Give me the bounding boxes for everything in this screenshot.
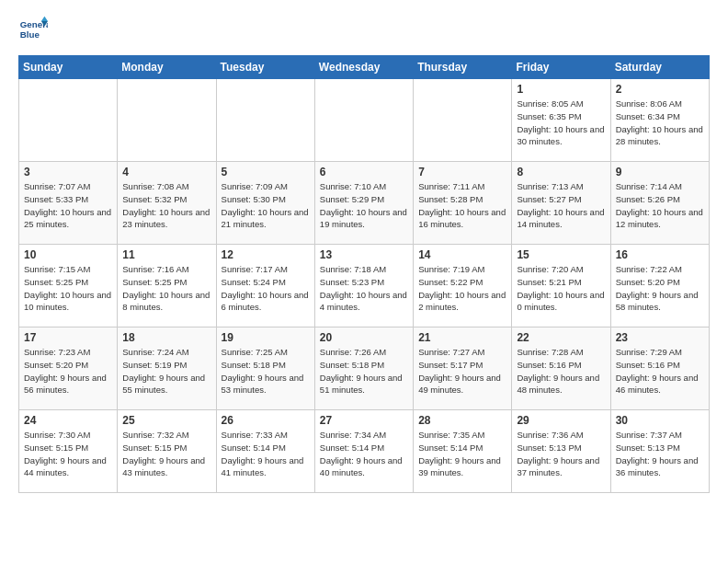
day-number: 4 [122,166,210,178]
day-number: 13 [320,248,408,261]
day-info: Sunrise: 7:13 AM Sunset: 5:27 PM Dayligh… [517,180,605,231]
day-cell: 2Sunrise: 8:06 AM Sunset: 6:34 PM Daylig… [610,79,709,162]
day-number: 6 [320,166,408,178]
day-number: 11 [122,248,210,261]
day-cell: 6Sunrise: 7:10 AM Sunset: 5:29 PM Daylig… [314,162,413,245]
day-number: 16 [616,248,704,261]
day-cell: 16Sunrise: 7:22 AM Sunset: 5:20 PM Dayli… [610,245,709,327]
day-info: Sunrise: 7:25 AM Sunset: 5:18 PM Dayligh… [222,346,310,396]
day-cell: 14Sunrise: 7:19 AM Sunset: 5:22 PM Dayli… [414,245,512,327]
day-cell [414,79,512,162]
day-info: Sunrise: 7:15 AM Sunset: 5:25 PM Dayligh… [24,263,112,314]
day-cell: 28Sunrise: 7:35 AM Sunset: 5:14 PM Dayli… [414,410,512,493]
svg-text:Blue: Blue [20,29,40,40]
day-info: Sunrise: 7:27 AM Sunset: 5:17 PM Dayligh… [418,346,506,396]
day-info: Sunrise: 7:28 AM Sunset: 5:16 PM Dayligh… [517,346,605,396]
day-info: Sunrise: 7:22 AM Sunset: 5:20 PM Dayligh… [616,263,704,314]
logo: General Blue [18,15,48,44]
day-info: Sunrise: 7:26 AM Sunset: 5:18 PM Dayligh… [320,346,408,396]
week-row-4: 17Sunrise: 7:23 AM Sunset: 5:20 PM Dayli… [19,327,710,410]
day-info: Sunrise: 7:14 AM Sunset: 5:26 PM Dayligh… [616,180,704,231]
day-cell: 19Sunrise: 7:25 AM Sunset: 5:18 PM Dayli… [216,327,314,410]
day-cell: 23Sunrise: 7:29 AM Sunset: 5:16 PM Dayli… [610,327,709,410]
day-cell: 11Sunrise: 7:16 AM Sunset: 5:25 PM Dayli… [118,245,216,327]
day-cell: 18Sunrise: 7:24 AM Sunset: 5:19 PM Dayli… [118,327,216,410]
calendar: SundayMondayTuesdayWednesdayThursdayFrid… [18,55,710,493]
day-cell: 8Sunrise: 7:13 AM Sunset: 5:27 PM Daylig… [512,162,610,245]
weekday-header-friday: Friday [512,56,610,79]
day-cell: 9Sunrise: 7:14 AM Sunset: 5:26 PM Daylig… [610,162,709,245]
weekday-header-wednesday: Wednesday [314,56,413,79]
day-cell [216,79,314,162]
day-cell: 5Sunrise: 7:09 AM Sunset: 5:30 PM Daylig… [216,162,314,245]
day-number: 18 [122,331,210,344]
day-info: Sunrise: 7:34 AM Sunset: 5:14 PM Dayligh… [320,429,408,479]
day-cell [314,79,413,162]
day-cell: 3Sunrise: 7:07 AM Sunset: 5:33 PM Daylig… [19,162,118,245]
day-number: 14 [418,248,506,261]
day-cell: 27Sunrise: 7:34 AM Sunset: 5:14 PM Dayli… [314,410,413,493]
day-number: 30 [616,414,704,427]
day-cell: 21Sunrise: 7:27 AM Sunset: 5:17 PM Dayli… [414,327,512,410]
day-info: Sunrise: 7:29 AM Sunset: 5:16 PM Dayligh… [616,346,704,396]
day-cell: 29Sunrise: 7:36 AM Sunset: 5:13 PM Dayli… [512,410,610,493]
week-row-5: 24Sunrise: 7:30 AM Sunset: 5:15 PM Dayli… [19,410,710,493]
weekday-header-thursday: Thursday [414,56,512,79]
day-number: 12 [222,248,310,261]
week-row-2: 3Sunrise: 7:07 AM Sunset: 5:33 PM Daylig… [19,162,710,245]
day-cell [118,79,216,162]
day-number: 3 [24,166,112,178]
day-info: Sunrise: 7:11 AM Sunset: 5:28 PM Dayligh… [418,180,506,231]
day-info: Sunrise: 8:05 AM Sunset: 6:35 PM Dayligh… [517,98,605,148]
weekday-header-monday: Monday [118,56,216,79]
day-number: 5 [222,166,310,178]
weekday-header-tuesday: Tuesday [216,56,314,79]
day-number: 15 [517,248,605,261]
week-row-3: 10Sunrise: 7:15 AM Sunset: 5:25 PM Dayli… [19,245,710,327]
day-number: 2 [616,83,704,96]
day-info: Sunrise: 7:18 AM Sunset: 5:23 PM Dayligh… [320,263,408,314]
day-info: Sunrise: 7:07 AM Sunset: 5:33 PM Dayligh… [24,180,112,231]
day-cell: 26Sunrise: 7:33 AM Sunset: 5:14 PM Dayli… [216,410,314,493]
day-info: Sunrise: 7:09 AM Sunset: 5:30 PM Dayligh… [222,180,310,231]
day-cell [19,79,118,162]
week-row-1: 1Sunrise: 8:05 AM Sunset: 6:35 PM Daylig… [19,79,710,162]
day-number: 1 [517,83,605,96]
day-info: Sunrise: 7:30 AM Sunset: 5:15 PM Dayligh… [24,429,112,479]
day-info: Sunrise: 7:16 AM Sunset: 5:25 PM Dayligh… [122,263,210,314]
day-number: 24 [24,414,112,427]
day-cell: 25Sunrise: 7:32 AM Sunset: 5:15 PM Dayli… [118,410,216,493]
day-info: Sunrise: 7:20 AM Sunset: 5:21 PM Dayligh… [517,263,605,314]
day-cell: 24Sunrise: 7:30 AM Sunset: 5:15 PM Dayli… [19,410,118,493]
header: General Blue [18,15,710,44]
day-number: 19 [222,331,310,344]
day-number: 7 [418,166,506,178]
day-number: 10 [24,248,112,261]
day-info: Sunrise: 7:23 AM Sunset: 5:20 PM Dayligh… [24,346,112,396]
day-cell: 15Sunrise: 7:20 AM Sunset: 5:21 PM Dayli… [512,245,610,327]
day-cell: 7Sunrise: 7:11 AM Sunset: 5:28 PM Daylig… [414,162,512,245]
day-number: 29 [517,414,605,427]
day-cell: 1Sunrise: 8:05 AM Sunset: 6:35 PM Daylig… [512,79,610,162]
day-cell: 30Sunrise: 7:37 AM Sunset: 5:13 PM Dayli… [610,410,709,493]
day-number: 28 [418,414,506,427]
day-info: Sunrise: 7:35 AM Sunset: 5:14 PM Dayligh… [418,429,506,479]
day-cell: 10Sunrise: 7:15 AM Sunset: 5:25 PM Dayli… [19,245,118,327]
weekday-header-row: SundayMondayTuesdayWednesdayThursdayFrid… [19,56,710,79]
day-number: 8 [517,166,605,178]
day-number: 25 [122,414,210,427]
day-info: Sunrise: 7:37 AM Sunset: 5:13 PM Dayligh… [616,429,704,479]
day-cell: 13Sunrise: 7:18 AM Sunset: 5:23 PM Dayli… [314,245,413,327]
day-info: Sunrise: 7:19 AM Sunset: 5:22 PM Dayligh… [418,263,506,314]
day-cell: 20Sunrise: 7:26 AM Sunset: 5:18 PM Dayli… [314,327,413,410]
day-info: Sunrise: 7:10 AM Sunset: 5:29 PM Dayligh… [320,180,408,231]
day-info: Sunrise: 7:17 AM Sunset: 5:24 PM Dayligh… [222,263,310,314]
day-number: 20 [320,331,408,344]
day-number: 21 [418,331,506,344]
day-cell: 4Sunrise: 7:08 AM Sunset: 5:32 PM Daylig… [118,162,216,245]
day-number: 9 [616,166,704,178]
day-number: 26 [222,414,310,427]
weekday-header-saturday: Saturday [610,56,709,79]
day-number: 27 [320,414,408,427]
day-info: Sunrise: 7:08 AM Sunset: 5:32 PM Dayligh… [122,180,210,231]
